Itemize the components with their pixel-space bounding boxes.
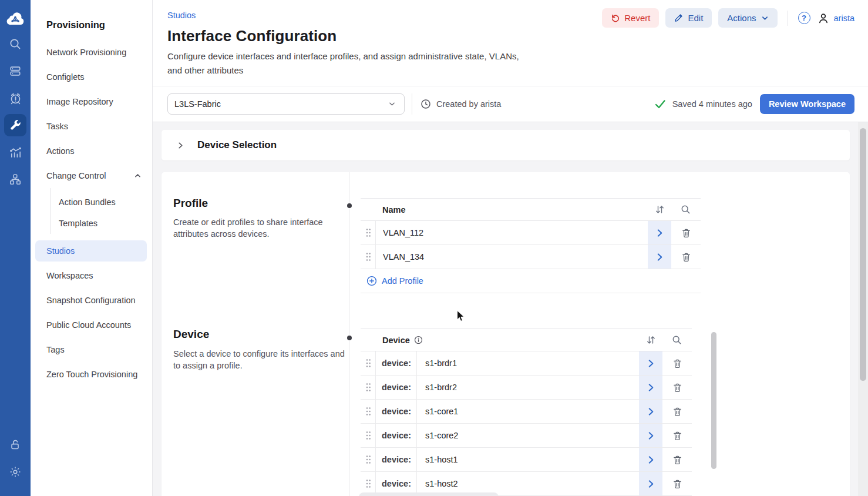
profile-row: VLAN_134 (361, 245, 701, 269)
actions-dropdown-button[interactable]: Actions (718, 8, 777, 28)
nav-subitem[interactable]: Templates (51, 213, 152, 234)
revert-button[interactable]: Revert (602, 8, 659, 28)
pencil-icon (674, 14, 683, 22)
nav-item[interactable]: Tags (31, 337, 152, 362)
device-tag-label: device: (376, 351, 417, 375)
device-table-scrollbar[interactable] (711, 332, 716, 469)
profile-name[interactable]: VLAN_112 (376, 221, 648, 244)
device-table: Device (361, 329, 692, 496)
device-tag-label: device: (376, 448, 417, 471)
content-area: Device Selection Profile Create or edit … (153, 122, 868, 496)
add-profile-row: Add Profile (361, 269, 701, 293)
delete-device-button[interactable] (662, 424, 692, 447)
device-name[interactable]: s1-host2 (417, 472, 639, 495)
profile-name[interactable]: VLAN_134 (376, 245, 648, 269)
person-icon (817, 12, 830, 25)
edit-button[interactable]: Edit (665, 8, 712, 28)
nav-subitem[interactable]: Action Bundles (51, 192, 152, 213)
sort-icon[interactable] (646, 335, 656, 345)
wrench-icon (9, 119, 22, 132)
user-menu[interactable]: arista (817, 12, 854, 25)
open-device-button[interactable] (639, 351, 662, 375)
device-name[interactable]: s1-core1 (417, 400, 639, 423)
page-header: Studios Interface Configuration Configur… (153, 0, 868, 86)
settings-rail-button[interactable] (0, 458, 31, 485)
open-device-button[interactable] (639, 376, 662, 399)
device-name[interactable]: s1-brdr1 (417, 351, 639, 375)
device-name[interactable]: s1-host1 (417, 448, 639, 471)
nav-item-change-control[interactable]: Change Control (31, 163, 152, 188)
open-device-button[interactable] (639, 448, 662, 471)
device-selection-section[interactable]: Device Selection (162, 130, 850, 160)
add-profile-button[interactable]: Add Profile (366, 276, 423, 286)
review-workspace-button[interactable]: Review Workspace (760, 94, 854, 114)
dashboards-rail-button[interactable] (0, 139, 31, 166)
profile-section-title: Profile (173, 197, 208, 210)
nav-item[interactable]: Workspaces (31, 263, 152, 288)
delete-device-button[interactable] (662, 351, 692, 375)
info-icon[interactable] (414, 336, 423, 344)
nav-item[interactable]: Tasks (31, 114, 152, 139)
drag-handle-icon[interactable] (361, 424, 376, 447)
device-name[interactable]: s1-core2 (417, 424, 639, 447)
nav-item[interactable]: Actions (31, 139, 152, 163)
active-rail-tile (4, 114, 26, 136)
drag-handle-icon[interactable] (361, 472, 376, 495)
created-by: Created by arista (420, 99, 501, 109)
cloudvision-logo-icon[interactable] (0, 7, 31, 31)
delete-profile-button[interactable] (671, 245, 701, 269)
open-device-button[interactable] (639, 424, 662, 447)
unlock-rail-button[interactable] (0, 431, 31, 458)
events-rail-button[interactable] (0, 85, 31, 112)
workspace-select[interactable]: L3LS-Fabric (167, 93, 405, 115)
devices-rail-button[interactable] (0, 58, 31, 85)
drag-handle-icon[interactable] (361, 376, 376, 399)
profile-table-body: VLAN_112 (361, 221, 701, 269)
breadcrumb-studios[interactable]: Studios (167, 11, 196, 20)
provisioning-rail-button[interactable] (0, 112, 31, 139)
drag-handle-icon[interactable] (361, 245, 376, 269)
sort-icon[interactable] (655, 205, 665, 215)
drag-handle-icon[interactable] (361, 221, 376, 244)
device-name[interactable]: s1-brdr2 (417, 376, 639, 399)
page-description: Configure device interfaces and interfac… (167, 49, 527, 78)
unlock-icon (9, 438, 22, 451)
nav-top-list: Network Provisioning Configlets Image Re… (31, 40, 152, 163)
delete-device-button[interactable] (662, 400, 692, 423)
help-button[interactable]: ? (798, 12, 810, 24)
device-inventory-icon (9, 65, 22, 78)
drag-handle-icon[interactable] (361, 448, 376, 471)
nav-item-studios-selected[interactable]: Studios (35, 240, 147, 262)
delete-device-button[interactable] (662, 448, 692, 471)
nav-heading: Provisioning (31, 16, 152, 33)
metrics-chart-icon (9, 146, 22, 159)
nav-item[interactable]: Image Repository (31, 89, 152, 114)
column-divider (349, 172, 349, 496)
open-device-button[interactable] (639, 400, 662, 423)
nav-item[interactable]: Snapshot Configuration (31, 288, 152, 313)
open-profile-button[interactable] (648, 221, 671, 244)
nav-item[interactable]: Public Cloud Accounts (31, 313, 152, 337)
studio-form-card: Profile Create or edit profiles to share… (162, 172, 850, 496)
delete-device-button[interactable] (662, 472, 692, 495)
device-row: device: s1-core2 (361, 424, 692, 448)
search-icon[interactable] (672, 335, 682, 345)
open-device-button[interactable] (639, 472, 662, 495)
delete-device-button[interactable] (662, 376, 692, 399)
delete-profile-button[interactable] (671, 221, 701, 244)
device-row: device: s1-host1 (361, 448, 692, 472)
open-profile-button[interactable] (648, 245, 671, 269)
search-rail-button[interactable] (0, 31, 31, 58)
partial-element-bottom (359, 492, 499, 496)
page-title: Interface Configuration (167, 27, 337, 45)
drag-handle-icon[interactable] (361, 400, 376, 423)
nav-item[interactable]: Zero Touch Provisioning (31, 362, 152, 387)
nav-item[interactable]: Configlets (31, 65, 152, 89)
search-icon[interactable] (681, 205, 691, 215)
page-scrollbar-thumb[interactable] (860, 128, 866, 381)
profile-section-description: Create or edit profiles to share interfa… (173, 216, 345, 240)
nav-bottom-list: Workspaces Snapshot Configuration Public… (31, 263, 152, 387)
nav-item[interactable]: Network Provisioning (31, 40, 152, 65)
drag-handle-icon[interactable] (361, 351, 376, 375)
topology-rail-button[interactable] (0, 166, 31, 193)
